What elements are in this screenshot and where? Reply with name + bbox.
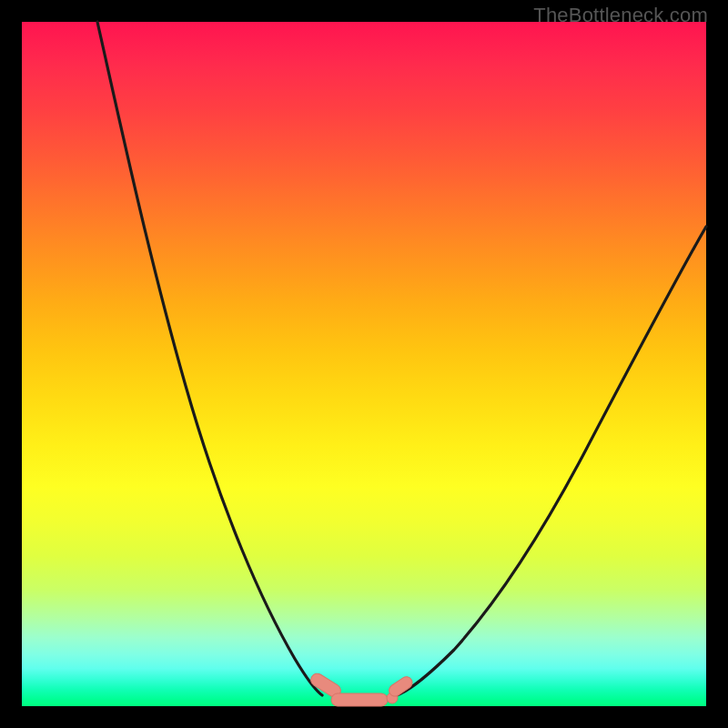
chart-frame: TheBottleneck.com	[0, 0, 728, 728]
curve-layer	[22, 22, 706, 706]
gradient-plot-area	[22, 22, 706, 706]
right-curve-line	[397, 227, 706, 695]
floor-nubs-group	[308, 672, 414, 706]
left-curve-line	[97, 22, 322, 695]
floor-nub	[331, 693, 388, 706]
